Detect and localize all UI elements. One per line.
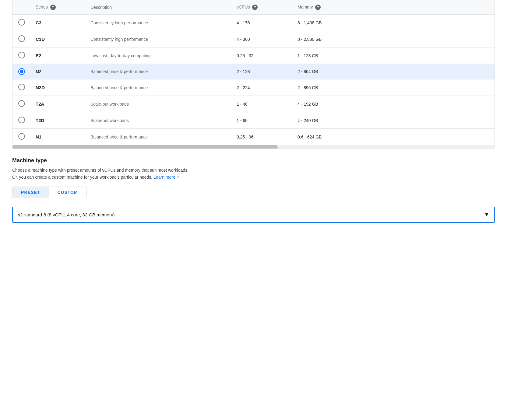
series-cell-c3d: C3D bbox=[31, 31, 86, 47]
description-n2: Balanced price & performance bbox=[90, 69, 148, 74]
memory-t2a: 4 - 192 GB bbox=[298, 102, 318, 107]
vcpus-cell-e2: 0.25 - 32 bbox=[232, 47, 293, 64]
series-name-n2d: N2D bbox=[36, 85, 45, 90]
radio-n1[interactable] bbox=[18, 133, 25, 140]
series-help-icon[interactable]: ? bbox=[50, 5, 56, 10]
memory-e2: 1 - 128 GB bbox=[298, 53, 318, 58]
vcpus-cell-c3d: 4 - 360 bbox=[232, 31, 293, 47]
series-table: Series ? Description vCPUs ? Memory ? bbox=[12, 0, 495, 145]
memory-n1: 0.6 - 624 GB bbox=[298, 135, 322, 139]
table-header-row: Series ? Description vCPUs ? Memory ? bbox=[12, 0, 495, 15]
vcpus-cell-t2d: 1 - 60 bbox=[232, 112, 293, 129]
description-n2d: Balanced price & performance bbox=[90, 85, 148, 90]
table-row[interactable]: T2AScale-out workloads1 - 484 - 192 GB bbox=[12, 96, 495, 112]
machine-type-description: Choose a machine type with preset amount… bbox=[12, 167, 495, 180]
series-cell-t2a: T2A bbox=[31, 96, 86, 112]
series-name-c3: C3 bbox=[36, 20, 41, 25]
description-part1: Choose a machine type with preset amount… bbox=[12, 168, 188, 173]
memory-cell-c3: 8 - 1,408 GB bbox=[293, 15, 495, 31]
vcpus-cell-n1: 0.25 - 96 bbox=[232, 129, 293, 145]
radio-n2d[interactable] bbox=[18, 84, 25, 90]
description-cell-n2d: Balanced price & performance bbox=[86, 79, 232, 96]
vcpus-t2d: 1 - 60 bbox=[237, 118, 248, 123]
description-cell-n2: Balanced price & performance bbox=[86, 64, 232, 79]
memory-cell-t2a: 4 - 192 GB bbox=[293, 96, 495, 112]
vcpus-cell-t2a: 1 - 48 bbox=[232, 96, 293, 112]
scroll-indicator bbox=[12, 145, 495, 149]
table-row[interactable]: N2Balanced price & performance2 - 1282 -… bbox=[12, 64, 495, 79]
table-row[interactable]: C3Consistently high performance4 - 1768 … bbox=[12, 15, 495, 31]
memory-cell-n1: 0.6 - 624 GB bbox=[293, 129, 495, 145]
table-row[interactable]: T2DScale-out workloads1 - 604 - 240 GB bbox=[12, 112, 495, 129]
scroll-thumb bbox=[12, 145, 278, 149]
table-row[interactable]: C3DConsistently high performance4 - 3608… bbox=[12, 31, 495, 47]
memory-cell-c3d: 8 - 2,880 GB bbox=[293, 31, 495, 47]
col-memory-label: Memory bbox=[298, 5, 313, 9]
vcpus-e2: 0.25 - 32 bbox=[237, 53, 253, 58]
radio-c3d[interactable] bbox=[18, 35, 25, 42]
series-cell-n2d: N2D bbox=[31, 79, 86, 96]
col-header-description: Description bbox=[86, 0, 232, 15]
radio-cell-t2a bbox=[12, 96, 31, 112]
radio-cell-c3 bbox=[12, 15, 31, 31]
series-cell-e2: E2 bbox=[31, 47, 86, 64]
vcpus-cell-c3: 4 - 176 bbox=[232, 15, 293, 31]
description-cell-t2a: Scale-out workloads bbox=[86, 96, 232, 112]
vcpus-n2d: 2 - 224 bbox=[237, 85, 250, 90]
memory-help-icon[interactable]: ? bbox=[315, 5, 321, 10]
external-link-icon: ↗ bbox=[176, 174, 180, 180]
radio-cell-n1 bbox=[12, 129, 31, 145]
description-cell-e2: Low cost, day-to-day computing bbox=[86, 47, 232, 64]
radio-t2a[interactable] bbox=[18, 100, 25, 107]
memory-c3: 8 - 1,408 GB bbox=[298, 20, 322, 25]
radio-t2d[interactable] bbox=[18, 117, 25, 123]
col-header-series: Series ? bbox=[31, 0, 86, 15]
memory-t2d: 4 - 240 GB bbox=[298, 118, 318, 123]
vcpus-help-icon[interactable]: ? bbox=[252, 5, 258, 10]
description-cell-c3: Consistently high performance bbox=[86, 15, 232, 31]
series-name-n2: N2 bbox=[36, 69, 41, 74]
learn-more-text: Learn more bbox=[153, 174, 175, 180]
custom-toggle-button[interactable]: CUSTOM bbox=[49, 187, 86, 198]
description-cell-n1: Balanced price & performance bbox=[86, 129, 232, 145]
series-name-t2d: T2D bbox=[36, 118, 44, 123]
vcpus-t2a: 1 - 48 bbox=[237, 102, 248, 107]
dropdown-arrow-icon: ▼ bbox=[484, 212, 489, 218]
machine-type-section: Machine type Choose a machine type with … bbox=[12, 149, 495, 223]
preset-toggle-button[interactable]: PRESET bbox=[12, 187, 49, 198]
machine-type-title: Machine type bbox=[12, 157, 495, 164]
memory-cell-n2: 2 - 864 GB bbox=[293, 64, 495, 79]
series-name-n1: N1 bbox=[36, 134, 41, 139]
radio-n2[interactable] bbox=[18, 68, 25, 75]
memory-cell-n2d: 2 - 896 GB bbox=[293, 79, 495, 96]
radio-e2[interactable] bbox=[18, 52, 25, 58]
col-vcpus-label: vCPUs bbox=[237, 5, 250, 9]
series-name-e2: E2 bbox=[36, 53, 41, 58]
memory-n2d: 2 - 896 GB bbox=[298, 85, 318, 90]
description-cell-t2d: Scale-out workloads bbox=[86, 112, 232, 129]
description-c3: Consistently high performance bbox=[90, 20, 148, 25]
description-n1: Balanced price & performance bbox=[90, 135, 148, 139]
col-header-radio bbox=[12, 0, 31, 15]
description-part2: Or, you can create a custom machine for … bbox=[12, 175, 152, 180]
series-cell-c3: C3 bbox=[31, 15, 86, 31]
radio-c3[interactable] bbox=[18, 19, 25, 26]
machine-type-dropdown[interactable]: n2-standard-8 (8 vCPU, 4 core, 32 GB mem… bbox=[12, 207, 495, 223]
table-row[interactable]: E2Low cost, day-to-day computing0.25 - 3… bbox=[12, 47, 495, 64]
col-header-vcpus: vCPUs ? bbox=[232, 0, 293, 15]
learn-more-link[interactable]: Learn more ↗ bbox=[153, 174, 180, 180]
table-row[interactable]: N1Balanced price & performance0.25 - 960… bbox=[12, 129, 495, 145]
radio-cell-t2d bbox=[12, 112, 31, 129]
dropdown-selected-value: n2-standard-8 (8 vCPU, 4 core, 32 GB mem… bbox=[18, 212, 114, 217]
description-c3d: Consistently high performance bbox=[90, 37, 148, 42]
series-name-c3d: C3D bbox=[36, 37, 45, 42]
vcpus-c3d: 4 - 360 bbox=[237, 37, 250, 42]
vcpus-cell-n2: 2 - 128 bbox=[232, 64, 293, 79]
col-series-label: Series bbox=[36, 5, 48, 9]
table-row[interactable]: N2DBalanced price & performance2 - 2242 … bbox=[12, 79, 495, 96]
radio-cell-n2 bbox=[12, 64, 31, 79]
memory-cell-e2: 1 - 128 GB bbox=[293, 47, 495, 64]
radio-cell-e2 bbox=[12, 47, 31, 64]
description-e2: Low cost, day-to-day computing bbox=[90, 53, 151, 58]
col-header-memory: Memory ? bbox=[293, 0, 495, 15]
